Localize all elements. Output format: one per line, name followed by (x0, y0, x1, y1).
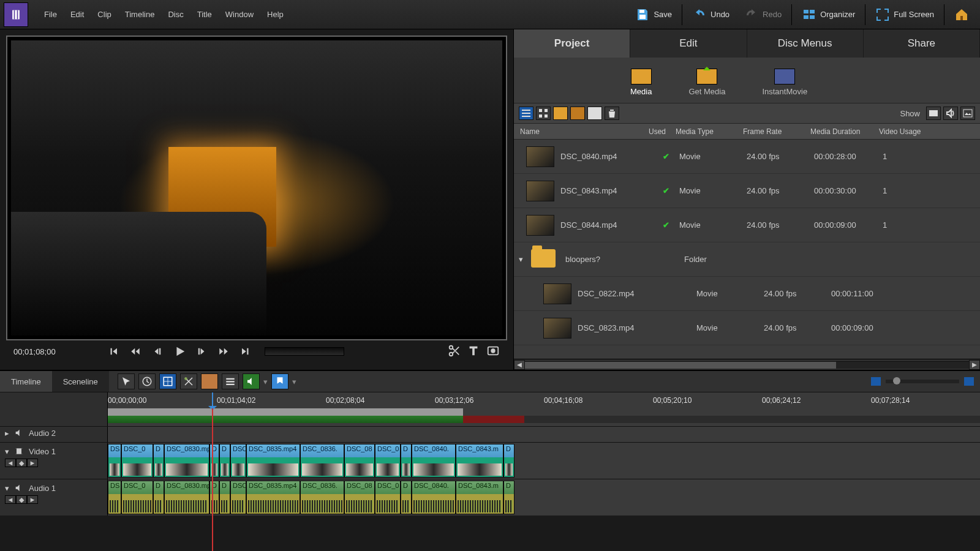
col-type[interactable]: Media Type (676, 127, 743, 136)
freeze-frame-button[interactable] (486, 344, 500, 359)
timeline-clip[interactable]: DSC_0 (375, 444, 401, 478)
track-add-keyframe[interactable]: ◆ (16, 495, 27, 504)
timeline-clip[interactable]: DSC_0 (121, 481, 153, 514)
col-used[interactable]: Used (649, 127, 676, 136)
scroll-left-button[interactable]: ◄ (514, 360, 525, 370)
timeline-clip[interactable]: DSC_0843.m (456, 481, 503, 514)
list-view-button[interactable] (519, 107, 533, 120)
smart-trim-tool[interactable] (180, 373, 197, 389)
zoom-slider[interactable] (886, 380, 959, 383)
timeline-clip[interactable]: D (209, 481, 219, 514)
shuttle-slider[interactable] (265, 347, 344, 356)
tab-disc-menus[interactable]: Disc Menus (747, 29, 864, 58)
work-area-bar[interactable] (108, 408, 463, 416)
collapse-icon[interactable]: ▾ (5, 484, 9, 493)
snap-toggle[interactable] (159, 373, 176, 389)
properties-button[interactable] (222, 373, 239, 389)
timeline-clip[interactable]: DSC_08 (344, 444, 375, 478)
add-text-button[interactable] (467, 344, 480, 359)
show-audio-toggle[interactable] (943, 107, 958, 120)
timeline-ruler[interactable]: 00;00;00;0000;01;04;0200;02;08;0400;03;1… (108, 392, 980, 426)
media-row[interactable]: DSC_0840.mp4 ✔ Movie 24.00 fps 00:00:28:… (514, 140, 980, 174)
audio-mix-button[interactable] (243, 373, 260, 389)
redo-button[interactable]: Redo (737, 2, 789, 27)
show-video-toggle[interactable] (926, 107, 941, 120)
tab-edit[interactable]: Edit (630, 29, 747, 58)
zoom-in-button[interactable] (964, 377, 974, 386)
media-row[interactable]: DSC_0823.mp4 Movie 24.00 fps 00:00:09:00 (514, 311, 980, 345)
open-folder-button[interactable] (570, 107, 585, 120)
zoom-out-button[interactable] (871, 377, 881, 386)
track-next-keyframe[interactable]: ► (27, 495, 38, 504)
timeline-clip[interactable]: DSC (230, 481, 246, 514)
timeline-clip[interactable]: D (219, 444, 230, 478)
media-row[interactable]: DSC_0843.mp4 ✔ Movie 24.00 fps 00:00:30:… (514, 174, 980, 208)
timeline-clip[interactable]: DSC_0 (375, 481, 401, 514)
tab-sceneline[interactable]: Sceneline (52, 371, 109, 392)
collapse-icon[interactable]: ▾ (5, 447, 9, 456)
timeline-clip[interactable]: DS (108, 481, 121, 514)
split-clip-button[interactable] (447, 344, 461, 359)
organizer-button[interactable]: Organizer (794, 2, 862, 27)
timeline-clip[interactable]: D (219, 481, 230, 514)
add-marker-button[interactable] (271, 373, 288, 389)
home-button[interactable] (947, 2, 976, 27)
timeline-clip[interactable]: D (153, 444, 164, 478)
timeline-clip[interactable]: D (209, 444, 219, 478)
menu-timeline[interactable]: Timeline (119, 6, 161, 23)
new-item-button[interactable] (587, 107, 602, 120)
timeline-clip[interactable]: D (153, 481, 164, 514)
menu-help[interactable]: Help (261, 6, 290, 23)
goto-in-button[interactable] (105, 343, 121, 359)
timeline-clip[interactable]: DSC_0843.m (456, 444, 503, 478)
step-fwd-button[interactable] (194, 343, 209, 359)
timeline-clip[interactable]: DSC_0830.mp (164, 444, 209, 478)
timecode-display[interactable]: 00;01;08;00 (13, 347, 99, 356)
col-dur[interactable]: Media Duration (810, 127, 879, 136)
timeline-clip[interactable]: DSC_0835.mp4 (246, 481, 300, 514)
show-still-toggle[interactable] (960, 107, 975, 120)
marker-tool[interactable] (201, 373, 218, 389)
media-row[interactable]: DSC_0844.mp4 ✔ Movie 24.00 fps 00:00:09:… (514, 208, 980, 242)
undo-button[interactable]: Undo (685, 2, 737, 27)
goto-out-button[interactable] (238, 343, 254, 359)
scroll-right-button[interactable]: ► (969, 360, 980, 370)
new-folder-button[interactable] (553, 107, 568, 120)
col-name[interactable]: Name (514, 127, 649, 136)
media-hscroll[interactable]: ◄ ► (514, 359, 980, 370)
folder-caret-icon[interactable]: ▾ (516, 255, 525, 264)
tab-timeline[interactable]: Timeline (0, 371, 52, 392)
col-fr[interactable]: Frame Rate (743, 127, 810, 136)
project-getmedia-button[interactable]: Get Media (688, 69, 725, 96)
delete-button[interactable] (605, 107, 619, 120)
timeline-clip[interactable]: D (503, 481, 514, 514)
video-lane[interactable]: DSDSC_0DDSC_0830.mpDDDSCDSC_0835.mp4DSC_… (108, 443, 980, 479)
media-row[interactable]: ▾ bloopers? Folder (514, 242, 980, 277)
collapse-icon[interactable]: ▸ (5, 429, 9, 438)
menu-file[interactable]: File (38, 6, 63, 23)
preview-monitor[interactable] (6, 36, 507, 340)
menu-disc[interactable]: Disc (162, 6, 189, 23)
track-next-keyframe[interactable]: ► (27, 459, 38, 467)
timeline-clip[interactable]: DSC_0840. (412, 444, 456, 478)
project-instantmovie-button[interactable]: InstantMovie (762, 69, 807, 96)
media-row[interactable]: DSC_0822.mp4 Movie 24.00 fps 00:00:11:00 (514, 277, 980, 311)
rewind-button[interactable] (127, 343, 143, 359)
media-list[interactable]: DSC_0840.mp4 ✔ Movie 24.00 fps 00:00:28:… (514, 140, 980, 359)
scroll-thumb[interactable] (525, 362, 836, 369)
timeline-clip[interactable]: DSC_0 (121, 444, 153, 478)
timeline-clip[interactable]: DSC_0836. (300, 481, 344, 514)
timeline-clip[interactable]: D (503, 444, 514, 478)
track-prev-keyframe[interactable]: ◄ (5, 459, 16, 467)
project-media-button[interactable]: Media (630, 69, 652, 96)
save-button[interactable]: Save (628, 2, 679, 27)
menu-title[interactable]: Title (191, 6, 218, 23)
selection-tool[interactable] (118, 373, 135, 389)
col-usage[interactable]: Video Usage (879, 127, 938, 136)
menu-edit[interactable]: Edit (64, 6, 90, 23)
fullscreen-button[interactable]: Full Screen (868, 2, 941, 27)
timeline-clip[interactable]: DSC_0830.mp (164, 481, 209, 514)
track-add-keyframe[interactable]: ◆ (16, 459, 27, 467)
tab-project[interactable]: Project (514, 29, 630, 58)
time-stretch-tool[interactable] (138, 373, 156, 389)
